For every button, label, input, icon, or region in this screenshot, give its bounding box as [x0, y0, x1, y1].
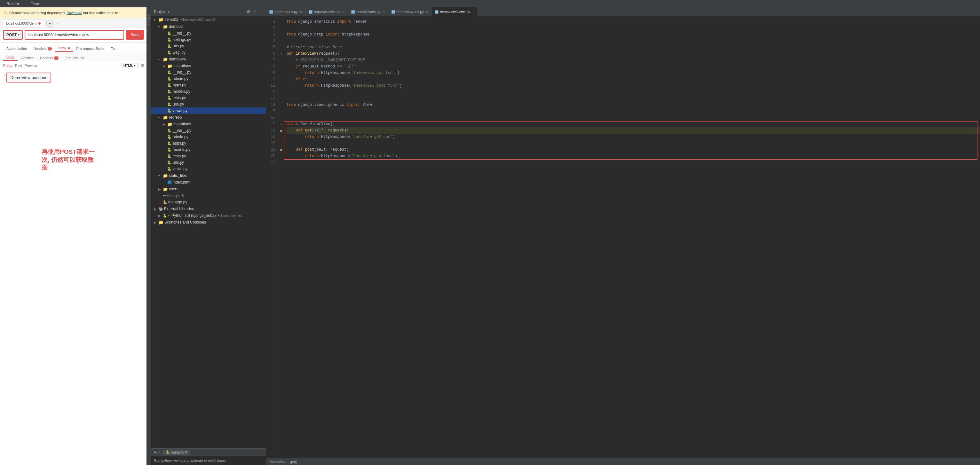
format-chevron: ▾ [134, 64, 135, 67]
prerequest-tab[interactable]: Pre-request Script [73, 45, 108, 52]
resp-tests-tab[interactable]: Test Results [62, 55, 88, 61]
tree-item-urls2[interactable]: 🐍 urls.py [151, 101, 266, 107]
url-bar: POST ▾ Send [0, 27, 147, 43]
tab-close-4[interactable]: × [426, 10, 428, 14]
tree-label-settings: settings.py [173, 37, 191, 42]
tree-item-models2[interactable]: 🐍 models.py [151, 147, 266, 153]
tree-item-views1[interactable]: 🐍 views.py [151, 107, 266, 114]
tab-close-3[interactable]: × [383, 10, 385, 14]
tree-label-ext-lib: External Libraries [164, 207, 194, 211]
tree-item-wsgi[interactable]: 🐍 wsgi.py [151, 49, 266, 56]
body-tab[interactable]: Body [55, 45, 73, 52]
tree-label-migrations2: migrations [173, 122, 191, 126]
top-bar: Builder Team [0, 0, 490, 7]
tree-item-init1[interactable]: 🐍 __init__.py [151, 30, 266, 37]
tree-item-admin2[interactable]: 🐍 admin.py [151, 134, 266, 140]
tree-item-admin1[interactable]: 🐍 admin.py [151, 75, 266, 82]
tree-item-tests1[interactable]: 🐍 tests.py [151, 95, 266, 101]
project-settings-icon[interactable]: ⚙ [247, 9, 250, 14]
resp-headers-badge: 5 [54, 56, 59, 60]
raw-subtab[interactable]: Raw [15, 64, 22, 67]
line-num-resp: i [4, 73, 5, 77]
code-content[interactable]: from django.shortcuts import render from… [284, 16, 490, 232]
resp-body-tab[interactable]: Body [3, 54, 18, 61]
resp-headers-tab[interactable]: Headers 5 [37, 55, 62, 61]
send-button[interactable]: Send [126, 30, 144, 40]
tree-item-migrations2[interactable]: ▶ 📁 migrations [151, 121, 266, 127]
tree-label-python36: < Python 3.6 (django_ee02) > [168, 213, 219, 218]
url-input[interactable] [25, 30, 124, 40]
pretty-subtab[interactable]: Pretty [3, 64, 13, 67]
team-tab[interactable]: Team [25, 2, 45, 6]
tree-item-models1[interactable]: 🐍 models.py [151, 88, 266, 95]
code-line-19: return HttpResponse('DemoView getfunc') [286, 134, 490, 140]
code-line-3: from django.http import HttpResponse [286, 31, 490, 38]
project-close-icon[interactable]: — [259, 9, 263, 14]
project-vertical-tab[interactable]: 1: Project [147, 9, 151, 32]
preview-subtab[interactable]: Preview [25, 64, 37, 67]
tree-item-apps1[interactable]: 🐍 apps.py [151, 82, 266, 88]
tree-item-migrations1[interactable]: ▶ 📁 migrations [151, 63, 266, 69]
tests-tab[interactable]: Te... [108, 45, 121, 52]
tree-item-manage[interactable]: 🐍 manage.py [151, 199, 266, 205]
new-tab-button[interactable]: + [46, 20, 53, 27]
postman-panel: ⚠ Chrome apps are being deprecated. Down… [0, 7, 147, 232]
tree-item-urls1[interactable]: 🐍 urls.py [151, 43, 266, 49]
tab-close-5[interactable]: × [473, 10, 474, 14]
tree-label-models1: models.py [173, 89, 190, 94]
tree-item-demo02-root[interactable]: ▾ 📁 demo02 ~/Desktop/ee02/demo02 [151, 16, 266, 23]
tab-more-button[interactable]: ⋯ [54, 20, 60, 27]
postman-tab[interactable]: localhost:8000/dem [3, 19, 44, 27]
tree-label-models2: models.py [173, 147, 190, 152]
tree-item-ext-lib[interactable]: ▶ 📚 External Libraries [151, 205, 266, 212]
code-line-1: from django.shortcuts import render [286, 19, 490, 25]
fold-gutter: ▾ ▾ ◆ ◆ [278, 16, 284, 232]
method-select[interactable]: POST ▾ [3, 30, 23, 40]
py-icon-2: py [309, 10, 312, 14]
tree-item-index-html[interactable]: 🌐 index.html [151, 179, 266, 185]
file-tree-panel: Project ▾ ⚙ ⤢ — ▾ 📁 demo02 ~/Desktop/ee0… [151, 7, 266, 232]
code-line-5: # Create your views here. [286, 44, 490, 51]
tree-item-demo02-sub[interactable]: ▾ 📁 demo02 [151, 23, 266, 30]
code-line-6: def indexview(request): [286, 51, 490, 57]
tree-label-views1: views.py [173, 108, 188, 113]
code-line-15 [286, 108, 490, 115]
tree-item-init2[interactable]: 🐍 __init__.py [151, 69, 266, 75]
tree-item-python36[interactable]: ▶ 🐍 < Python 3.6 (django_ee02) > /Users/… [151, 212, 266, 219]
tree-item-static-files[interactable]: ▾ 📁 static_files [151, 172, 266, 179]
project-expand-icon[interactable]: ⤢ [253, 9, 256, 14]
tab-close-2[interactable]: × [342, 10, 344, 14]
editor-tab-reqresp-views[interactable]: py reqresp/views.py × [305, 7, 348, 16]
tree-item-settings[interactable]: 🐍 settings.py [151, 37, 266, 43]
line-numbers: 1 2 3 4 5 6 7 8 9 10 11 12 13 14 15 16 1… [266, 16, 278, 232]
code-line-4 [286, 38, 490, 44]
tree-item-urls3[interactable]: 🐍 urls.py [151, 159, 266, 166]
tree-item-reqresp[interactable]: ▾ 📁 reqresp [151, 114, 266, 121]
format-select[interactable]: HTML ▾ [121, 63, 138, 68]
download-link[interactable]: Download [67, 11, 82, 15]
code-line-17: class DemoView(View): [286, 121, 490, 127]
tree-item-init3[interactable]: 🐍 __init__.py [151, 127, 266, 134]
tree-item-scratches[interactable]: ▶ 📁 Scratches and Consoles [151, 219, 266, 226]
project-dropdown[interactable]: ▾ [168, 10, 170, 14]
wrap-button[interactable]: ≡ [141, 63, 144, 68]
editor-tab-demoview-urls[interactable]: py demoview/urls.py × [388, 7, 431, 16]
tree-item-db-sqlite[interactable]: 🗃 db.sqlite3 [151, 193, 266, 199]
tree-label-tests1: tests.py [173, 96, 186, 100]
auth-tab[interactable]: Authorization [3, 45, 30, 52]
code-line-22: return HttpResponse('DemoView postfunc') [286, 153, 490, 159]
editor-tab-demoview-views[interactable]: py demoview/views.py × [431, 7, 478, 16]
editor-tab-demo02-urls[interactable]: py demo02/urls.py × [348, 7, 388, 16]
tree-item-tests2[interactable]: 🐍 tests.py [151, 153, 266, 159]
resp-cookies-tab[interactable]: Cookies [18, 55, 37, 61]
tab-close-1[interactable]: × [300, 10, 302, 14]
headers-tab[interactable]: Headers 1 [30, 45, 55, 52]
code-line-14: from django.views.generic import View [286, 102, 490, 108]
tree-item-users[interactable]: ▶ 📁 users [151, 185, 266, 193]
editor-tab-reqresp-urls[interactable]: py reqresp/urls.py × [266, 7, 305, 16]
tree-item-demoview[interactable]: ▾ 📁 demoview [151, 56, 266, 63]
tree-item-apps2[interactable]: 🐍 apps.py [151, 140, 266, 147]
tree-label-init3: __init__.py [173, 128, 191, 133]
tree-item-views2[interactable]: 🐍 views.py [151, 166, 266, 172]
tree-label-views2: views.py [173, 167, 188, 171]
